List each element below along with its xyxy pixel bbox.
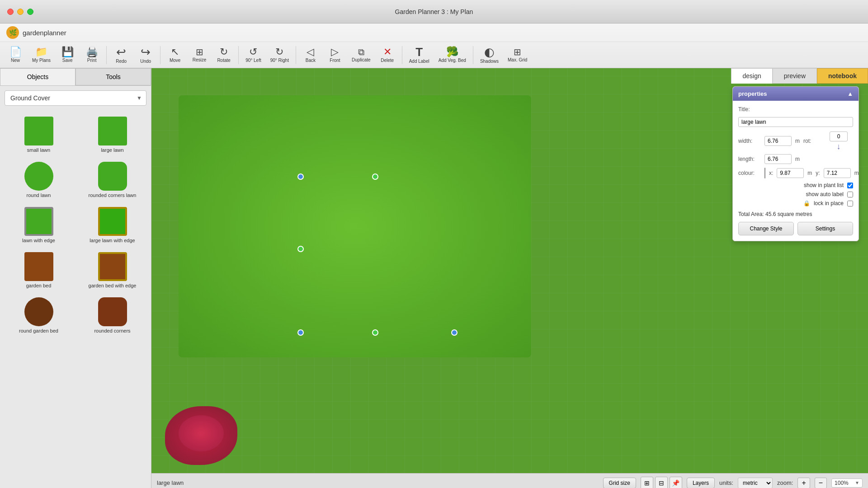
- shadows-icon: ◐: [484, 46, 495, 58]
- list-item[interactable]: rounded corners lawn: [77, 159, 147, 201]
- title-input[interactable]: [738, 117, 853, 127]
- rot-container: ↓: [830, 131, 848, 150]
- lock-in-place-checkbox[interactable]: [847, 201, 853, 206]
- resize-button[interactable]: ⊞ Resize: [188, 45, 211, 65]
- new-icon: 📄: [9, 47, 22, 57]
- shadows-button[interactable]: ◐ Shadows: [476, 44, 503, 66]
- list-item[interactable]: garden bed with edge: [77, 249, 147, 291]
- change-style-button[interactable]: Change Style: [738, 222, 794, 235]
- add-label-button[interactable]: T Add Label: [405, 44, 434, 66]
- main-layout: Objects Tools Ground Cover ▼ small lawn …: [0, 68, 868, 488]
- tab-tools[interactable]: Tools: [75, 68, 151, 85]
- rot-input[interactable]: [830, 131, 848, 141]
- list-item[interactable]: large lawn with edge: [77, 204, 147, 246]
- zoom-out-button[interactable]: −: [815, 478, 827, 488]
- undo-icon: ↩: [116, 46, 126, 58]
- handle-dot-middle-center[interactable]: [297, 246, 304, 252]
- undo-label: Redo: [116, 59, 127, 64]
- rot-label: rot:: [803, 138, 826, 144]
- list-item[interactable]: large lawn: [77, 114, 147, 155]
- my-plans-icon: 📁: [35, 47, 47, 57]
- pin-icon[interactable]: 📌: [670, 477, 682, 488]
- minimize-button[interactable]: [17, 9, 24, 15]
- list-item[interactable]: small lawn: [4, 114, 74, 155]
- grid-icon-2[interactable]: ⊟: [655, 477, 668, 488]
- delete-button[interactable]: ✕ Delete: [376, 45, 399, 65]
- tab-design[interactable]: design: [731, 68, 772, 84]
- rotate-left-label: 90° Left: [245, 58, 261, 63]
- add-veg-bed-button[interactable]: 🥦 Add Veg. Bed: [434, 45, 470, 65]
- grid-size-button[interactable]: Grid size: [603, 478, 636, 488]
- handle-dot-top-center[interactable]: [297, 174, 304, 180]
- list-item[interactable]: round lawn: [4, 159, 74, 201]
- close-button[interactable]: [7, 9, 14, 15]
- properties-title: properties: [738, 90, 767, 97]
- width-input[interactable]: [764, 136, 792, 146]
- grid-icon-1[interactable]: ⊞: [641, 477, 653, 488]
- length-unit: m: [795, 156, 800, 162]
- show-auto-label-checkbox[interactable]: [847, 192, 853, 197]
- app-brand: 🌿 gardenplanner: [0, 23, 868, 42]
- rot-arrow-icon: ↓: [837, 142, 841, 150]
- back-icon: ◁: [307, 47, 314, 57]
- y-input[interactable]: [824, 168, 851, 178]
- my-plans-button[interactable]: 📁 My Plans: [28, 45, 55, 65]
- rotate-button[interactable]: ↻ Rotate: [212, 45, 236, 65]
- handle-dot-top-right[interactable]: [372, 174, 378, 180]
- layers-button[interactable]: Layers: [687, 478, 715, 488]
- redo-button[interactable]: ↪ Undo: [134, 44, 157, 66]
- rotate-right-button[interactable]: ↻ 90° Right: [266, 45, 293, 65]
- tab-notebook[interactable]: notebook: [817, 68, 868, 84]
- separator-4: [296, 46, 296, 64]
- handle-dot-bottom-left[interactable]: [297, 329, 304, 336]
- separator-2: [160, 46, 160, 64]
- settings-button[interactable]: Settings: [797, 222, 853, 235]
- canvas-area[interactable]: design preview notebook properties ▲ Tit…: [151, 68, 868, 488]
- new-button[interactable]: 📄 New: [4, 45, 27, 65]
- handle-dot-bottom-right[interactable]: [451, 329, 458, 336]
- zoom-in-button[interactable]: +: [797, 478, 810, 488]
- undo-button[interactable]: ↩ Redo: [109, 44, 133, 66]
- my-plans-label: My Plans: [32, 58, 51, 63]
- move-button[interactable]: ↖ Move: [163, 45, 187, 65]
- y-label: y:: [816, 170, 820, 176]
- rotate-left-button[interactable]: ↺ 90° Left: [241, 45, 265, 65]
- max-grid-icon: ⊞: [514, 47, 521, 56]
- x-label: x:: [769, 170, 773, 176]
- lawn-canvas-object[interactable]: [179, 95, 531, 357]
- list-item[interactable]: lawn with edge: [4, 204, 74, 246]
- brand-logo: 🌿: [6, 26, 19, 39]
- list-item[interactable]: round garden bed: [4, 295, 74, 336]
- save-button[interactable]: 💾 Save: [56, 45, 79, 65]
- show-auto-label-row: show auto label: [738, 191, 853, 197]
- colour-label: colour:: [738, 170, 761, 176]
- zoom-dropdown-icon[interactable]: ▼: [855, 480, 859, 485]
- collapse-icon[interactable]: ▲: [847, 90, 853, 97]
- maximize-button[interactable]: [27, 9, 33, 15]
- title-label: Title:: [738, 106, 761, 113]
- front-button[interactable]: ▷ Front: [323, 45, 347, 65]
- bottom-icons: ⊞ ⊟ 📌: [641, 477, 682, 488]
- brand-name: gardenplanner: [23, 29, 66, 37]
- max-grid-button[interactable]: ⊞ Max. Grid: [504, 45, 531, 65]
- tab-objects[interactable]: Objects: [0, 68, 75, 85]
- show-in-plant-list-checkbox[interactable]: [847, 183, 853, 188]
- red-bush-object[interactable]: [165, 406, 237, 465]
- print-button[interactable]: 🖨️ Print: [80, 45, 104, 65]
- list-item[interactable]: garden bed: [4, 249, 74, 291]
- list-item[interactable]: rounded corners: [77, 295, 147, 336]
- length-input[interactable]: [764, 154, 792, 164]
- traffic-lights: [7, 9, 33, 15]
- back-button[interactable]: ◁ Back: [299, 45, 322, 65]
- category-select[interactable]: Ground Cover: [5, 90, 146, 106]
- x-input[interactable]: [777, 168, 804, 178]
- total-area: Total Area: 45.6 square metres: [738, 211, 853, 217]
- delete-label: Delete: [381, 58, 394, 63]
- tab-preview[interactable]: preview: [773, 68, 817, 84]
- handle-dot-bottom-center[interactable]: [372, 329, 378, 336]
- add-label-icon: T: [415, 46, 423, 58]
- color-swatch[interactable]: [764, 168, 765, 178]
- front-label: Front: [330, 58, 340, 63]
- duplicate-button[interactable]: ⧉ Duplicate: [348, 45, 375, 65]
- units-select[interactable]: metric imperial: [738, 478, 773, 488]
